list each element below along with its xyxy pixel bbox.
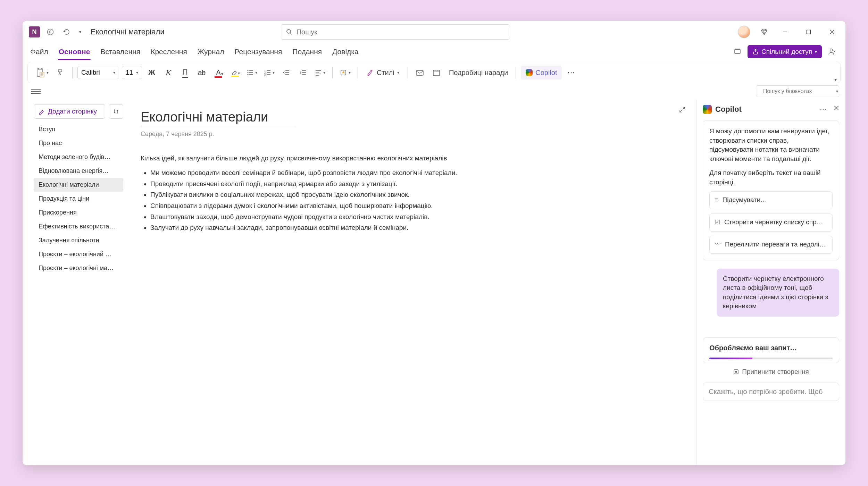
tag-icon [340, 69, 347, 76]
outdent-button[interactable] [279, 66, 293, 79]
page-item[interactable]: Проєкти – екологічний … [34, 247, 123, 261]
copilot-side-button[interactable] [825, 45, 838, 58]
underline-button[interactable]: П [178, 66, 192, 79]
tag-button[interactable]: ▾ [337, 66, 353, 79]
edit-icon [38, 108, 44, 115]
bullet-item[interactable]: Співпрацювати з лідерами думок і екологі… [150, 201, 679, 210]
svg-rect-8 [40, 72, 44, 77]
bullet-item[interactable]: Влаштовувати заходи, щоб демонструвати ч… [150, 212, 679, 221]
notebook-search-input[interactable] [762, 88, 833, 95]
strikethrough-button[interactable]: ab [195, 66, 209, 79]
bullet-list[interactable]: Ми можемо проводити веселі семінари й ве… [141, 168, 679, 232]
indent-button[interactable] [296, 66, 310, 79]
tab-файл[interactable]: Файл [30, 45, 49, 58]
svg-point-1 [287, 30, 291, 33]
expand-button[interactable] [679, 106, 686, 113]
sort-icon [113, 108, 119, 115]
close-button[interactable] [825, 25, 839, 39]
italic-button[interactable]: К [161, 66, 175, 79]
page-item[interactable]: Методи зеленого будів… [34, 150, 123, 164]
meeting-icon-button[interactable] [429, 66, 443, 79]
font-selector[interactable]: Calibri▾ [77, 66, 119, 79]
nav-toggle[interactable] [31, 89, 41, 94]
page-item[interactable]: Про нас [34, 136, 123, 150]
stop-generation-button[interactable]: Припинити створення [703, 368, 839, 376]
search-box[interactable] [281, 24, 510, 40]
copilot-input[interactable]: Скажіть, що потрібно зробити. Щоб [703, 383, 839, 401]
page-item[interactable]: Ефективність використа… [34, 219, 123, 233]
svg-rect-16 [416, 70, 423, 75]
tab-креслення[interactable]: Креслення [150, 45, 188, 58]
present-mode-button[interactable] [731, 45, 744, 58]
brush-icon [57, 69, 64, 76]
copilot-title: Copilot [715, 105, 742, 114]
more-button[interactable]: ⋯ [565, 66, 578, 79]
minimize-button[interactable] [778, 25, 792, 39]
copilot-icon [526, 69, 533, 76]
back-button[interactable] [45, 26, 56, 37]
meeting-details-button[interactable]: Подробиці наради [446, 66, 511, 79]
notebook-search[interactable]: ▾ [756, 85, 839, 97]
align-button[interactable]: ▾ [313, 66, 327, 79]
svg-point-9 [248, 70, 249, 71]
bullet-item[interactable]: Залучати до руху навчальні заклади, запр… [150, 223, 679, 232]
copilot-suggestion[interactable]: ≡Підсумувати… [709, 191, 833, 209]
suggestion-icon: ☑ [715, 218, 720, 227]
mail-button[interactable] [413, 66, 427, 79]
tab-рецензування[interactable]: Рецензування [234, 45, 283, 58]
minimize-icon [783, 30, 787, 34]
page-item[interactable]: Проєкти – екологічні ма… [34, 261, 123, 275]
diamond-icon[interactable] [760, 28, 768, 36]
bullets-button[interactable]: ▾ [245, 66, 259, 79]
bullet-item[interactable]: Ми можемо проводити веселі семінари й ве… [150, 168, 679, 177]
tab-журнал[interactable]: Журнал [197, 45, 225, 58]
copilot-suggestion[interactable]: ☑Створити чернетку списку спр… [709, 213, 833, 232]
styles-button[interactable]: Стилі▾ [363, 66, 403, 79]
search-input[interactable] [296, 28, 505, 36]
copilot-suggestion[interactable]: 〰Перелічити переваги та недолі… [709, 236, 833, 254]
paste-button[interactable]: ▾ [34, 66, 51, 79]
tab-вставлення[interactable]: Вставлення [100, 45, 141, 58]
page-item[interactable]: Залучення спільноти [34, 233, 123, 247]
copilot-close-button[interactable] [834, 105, 839, 114]
bullet-item[interactable]: Публікувати виклики в соціальних мережах… [150, 190, 679, 199]
sort-button[interactable] [109, 104, 123, 119]
user-avatar[interactable] [738, 26, 750, 38]
svg-rect-20 [735, 371, 737, 372]
font-size-selector[interactable]: 11▾ [122, 66, 142, 79]
undo-button[interactable] [61, 26, 72, 37]
copilot-panel: Copilot ⋯ Я можу допомогти вам генеруват… [696, 99, 845, 465]
copilot-logo-icon [703, 105, 712, 114]
ribbon-collapse[interactable]: ▾ [834, 77, 837, 82]
page-item[interactable]: Продукція та ціни [34, 192, 123, 206]
page-item[interactable]: Вступ [34, 122, 123, 136]
align-icon [315, 69, 322, 76]
intro-text[interactable]: Кілька ідей, як залучити більше людей до… [141, 154, 679, 162]
font-color-button[interactable]: A▾ [211, 66, 225, 79]
tab-основне[interactable]: Основне [58, 45, 91, 58]
page-item[interactable]: Відновлювана енергія… [34, 164, 123, 178]
highlight-button[interactable]: ▾ [228, 66, 242, 79]
share-button[interactable]: Спільний доступ ▾ [748, 45, 822, 58]
page-item[interactable]: Прискорення [34, 206, 123, 219]
titlebar: N ▾ Екологічні матеріали [23, 21, 845, 43]
tab-подання[interactable]: Подання [292, 45, 323, 58]
svg-point-10 [248, 72, 249, 73]
tab-довідка[interactable]: Довідка [332, 45, 359, 58]
highlight-icon [232, 69, 239, 75]
numbering-button[interactable]: 123▾ [262, 66, 277, 79]
back-icon [47, 28, 54, 35]
maximize-button[interactable] [802, 25, 816, 39]
bold-button[interactable]: Ж [145, 66, 159, 79]
page-title[interactable]: Екологічні матеріали [141, 110, 679, 125]
add-page-button[interactable]: Додати сторінку [34, 104, 105, 119]
copilot-ribbon-button[interactable]: Copilot [521, 66, 562, 79]
bullet-item[interactable]: Проводити присвячені екології події, нап… [150, 179, 679, 188]
svg-rect-17 [433, 70, 440, 76]
format-painter-button[interactable] [53, 66, 67, 79]
note-canvas[interactable]: Екологічні матеріали Середа, 7 червня 20… [123, 99, 696, 465]
page-item[interactable]: Екологічні матеріали [34, 178, 123, 192]
qat-dropdown[interactable]: ▾ [77, 26, 84, 37]
user-message: Створити чернетку електронного листа в о… [717, 269, 839, 317]
copilot-more-button[interactable]: ⋯ [820, 105, 827, 114]
